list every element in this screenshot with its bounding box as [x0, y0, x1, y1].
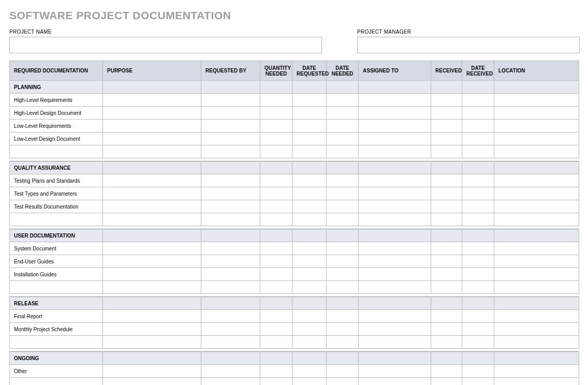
doc-name-cell[interactable]: End-User Guides — [10, 255, 103, 268]
project-manager-input[interactable] — [357, 37, 580, 53]
doc-name-cell[interactable] — [10, 213, 103, 226]
meta-row: PROJECT NAME PROJECT MANAGER — [9, 29, 579, 53]
doc-name-cell[interactable]: Installation Guides — [10, 268, 103, 281]
col-location: LOCATION — [494, 61, 579, 81]
table-row — [10, 336, 579, 349]
col-required-doc: REQUIRED DOCUMENTATION — [10, 61, 103, 81]
section-heading: ONGOING — [10, 352, 103, 365]
table-row: Testing Plans and Standards — [10, 174, 579, 187]
doc-name-cell[interactable] — [10, 145, 103, 158]
project-name-field: PROJECT NAME — [9, 29, 322, 53]
project-manager-field: PROJECT MANAGER — [357, 29, 580, 53]
table-row — [10, 213, 579, 226]
doc-name-cell[interactable] — [10, 281, 103, 294]
table-row: Test Results Documentation — [10, 200, 579, 213]
section-heading: USER DOCUMENTATION — [10, 229, 103, 242]
doc-name-cell[interactable]: Final Report — [10, 310, 103, 323]
section-heading: PLANNING — [10, 81, 103, 94]
table-row — [10, 378, 579, 386]
section-ongoing: ONGOING — [10, 352, 579, 365]
section-user-documentation: USER DOCUMENTATION — [10, 229, 579, 242]
col-received: RECEIVED — [431, 61, 462, 81]
section-heading: QUALITY ASSURANCE — [10, 161, 103, 174]
doc-name-cell[interactable]: Low-Level Requirements — [10, 120, 103, 132]
table-row: Final Report — [10, 310, 579, 323]
page-title: SOFTWARE PROJECT DOCUMENTATION — [9, 9, 579, 22]
table-row: High-Level Requirements — [10, 94, 579, 107]
doc-name-cell[interactable]: System Document — [10, 242, 103, 255]
table-row: Installation Guides — [10, 268, 579, 281]
table-row — [10, 145, 579, 158]
section-quality-assurance: QUALITY ASSURANCE — [10, 161, 579, 174]
table-row: Other — [10, 365, 579, 378]
section-release: RELEASE — [10, 297, 579, 310]
col-purpose: PURPOSE — [103, 61, 201, 81]
col-date-needed: DATE NEEDED — [327, 61, 359, 81]
doc-name-cell[interactable] — [10, 378, 103, 386]
table-row: High-Level Design Document — [10, 107, 579, 120]
table-row: System Document — [10, 242, 579, 255]
documentation-table: REQUIRED DOCUMENTATION PURPOSE REQUESTED… — [9, 61, 579, 385]
project-manager-label: PROJECT MANAGER — [357, 29, 580, 35]
table-row — [10, 281, 579, 294]
col-requested-by: REQUESTED BY — [201, 61, 260, 81]
col-quantity-needed: QUANTITY NEEDED — [260, 61, 292, 81]
section-heading: RELEASE — [10, 297, 103, 310]
project-name-label: PROJECT NAME — [9, 29, 322, 35]
col-date-requested: DATE REQUESTED — [292, 61, 327, 81]
section-planning: PLANNING — [10, 81, 579, 94]
doc-name-cell[interactable]: High-Level Design Document — [10, 107, 103, 120]
table-row: Low-Level Design Document — [10, 132, 579, 145]
table-row: Test Types and Parameters — [10, 187, 579, 200]
doc-name-cell[interactable]: Test Results Documentation — [10, 200, 103, 213]
table-row: Monthly Project Schedule — [10, 323, 579, 336]
table-row: Low-Level Requirements — [10, 120, 579, 132]
table-row: End-User Guides — [10, 255, 579, 268]
doc-name-cell[interactable]: Monthly Project Schedule — [10, 323, 103, 336]
table-header-row: REQUIRED DOCUMENTATION PURPOSE REQUESTED… — [10, 61, 579, 81]
doc-name-cell[interactable]: Other — [10, 365, 103, 378]
project-name-input[interactable] — [9, 37, 322, 53]
doc-name-cell[interactable]: Low-Level Design Document — [10, 132, 103, 145]
col-assigned-to: ASSIGNED TO — [359, 61, 431, 81]
doc-name-cell[interactable]: Test Types and Parameters — [10, 187, 103, 200]
col-date-received: DATE RECEIVED — [462, 61, 494, 81]
doc-name-cell[interactable]: High-Level Requirements — [10, 94, 103, 107]
doc-name-cell[interactable] — [10, 336, 103, 349]
doc-name-cell[interactable]: Testing Plans and Standards — [10, 174, 103, 187]
